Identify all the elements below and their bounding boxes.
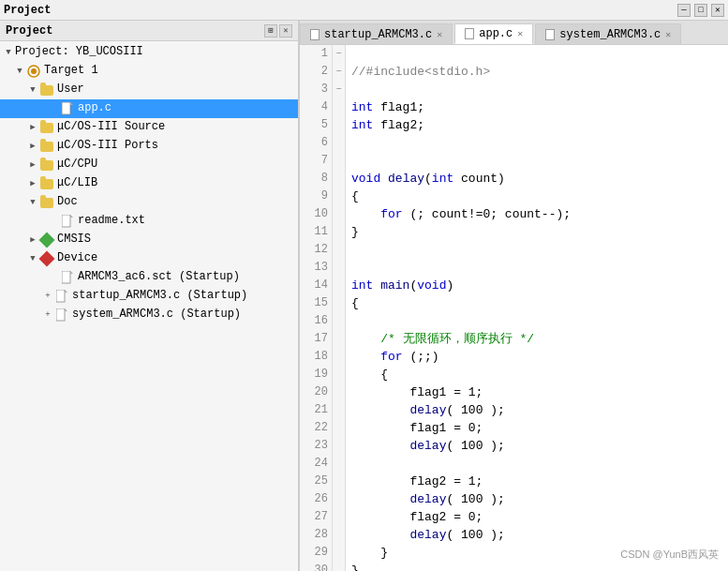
expand-ucos3src[interactable]: ▶ [26,121,39,134]
device-label: Device [57,249,97,267]
startup-arm-file-icon [54,289,69,304]
system-arm-label: system_ARMCM3.c (Startup) [72,306,241,323]
svg-marker-9 [65,290,67,293]
svg-rect-10 [56,308,65,321]
expand-device[interactable]: ▼ [26,252,39,265]
expand-project[interactable]: ▼ [2,46,15,59]
panel-title: Project [6,24,52,38]
svg-marker-7 [70,271,73,274]
appc-file-icon [60,101,75,116]
expand-uclib[interactable]: ▶ [26,177,39,190]
sct-file-icon [60,270,75,285]
tree-item-project[interactable]: ▼ Project: YB_UCOSIII [0,43,298,62]
tab-system[interactable]: system_ARMCM3.c ✕ [535,23,681,44]
expand-cmsis[interactable]: ▶ [26,233,39,247]
collapse-9[interactable]: − [333,45,345,63]
tree-item-ucos3src[interactable]: ▶ μC/OS-III Source [0,118,298,137]
tree-item-doc[interactable]: ▼ Doc [0,193,298,212]
panel-btn-2[interactable]: ✕ [279,24,292,38]
line-numbers: 12345 678910 1112131415 1617181920 21222… [300,45,333,571]
appc-label: app.c [78,99,111,117]
svg-marker-3 [70,102,73,105]
code-content[interactable]: //#include<stdio.h> int flag1; int flag2… [346,45,728,571]
doc-folder-icon [39,195,54,210]
collapse-15[interactable]: − [333,63,345,81]
expand-uccpu[interactable]: ▶ [26,158,39,172]
svg-rect-8 [56,290,65,302]
tree-item-startup-arm[interactable]: + startup_ARMCM3.c (Startup) [0,287,298,306]
tab-startup-label: startup_ARMCM3.c [324,28,432,41]
expand-target[interactable]: ▼ [13,65,26,78]
expand-sct [47,271,60,284]
uccpu-folder-icon [39,158,54,173]
target-icon [26,64,41,79]
collapse-19[interactable]: − [333,81,345,98]
expand-ucos3ports[interactable]: ▶ [26,140,39,153]
expand-system-arm[interactable]: + [41,308,54,322]
expand-startup-arm[interactable]: + [41,290,54,303]
tab-appc-icon [465,28,474,39]
tree-item-uclib[interactable]: ▶ μC/LIB [0,174,298,193]
tree-item-armcm3-sct[interactable]: ARMCM3_ac6.sct (Startup) [0,268,298,287]
title-bar: Project — □ ✕ [0,0,728,21]
tab-bar: startup_ARMCM3.c ✕ app.c ✕ system_ARMCM3… [300,21,728,45]
uclib-folder-icon [39,176,54,191]
tab-startup-icon [310,29,319,40]
tab-startup[interactable]: startup_ARMCM3.c ✕ [300,23,453,44]
tab-system-close[interactable]: ✕ [665,29,671,40]
startup-arm-label: startup_ARMCM3.c (Startup) [72,287,247,305]
svg-rect-6 [62,271,70,283]
target1-label: Target 1 [44,62,98,80]
ucos3src-label: μC/OS-III Source [57,118,165,136]
panel-btn-1[interactable]: ⊞ [264,24,277,38]
svg-marker-5 [70,215,73,218]
svg-rect-4 [62,215,70,227]
svg-point-1 [31,68,37,74]
tree-item-uccpu[interactable]: ▶ μC/CPU [0,156,298,174]
expand-doc[interactable]: ▼ [26,196,39,209]
cmsis-label: CMSIS [57,231,91,248]
tree-item-cmsis[interactable]: ▶ CMSIS [0,231,298,249]
editor-panel: startup_ARMCM3.c ✕ app.c ✕ system_ARMCM3… [300,21,728,571]
tree-item-user[interactable]: ▼ User [0,81,298,99]
tree-item-device[interactable]: ▼ Device [0,249,298,268]
readme-label: readme.txt [78,212,145,230]
tab-system-icon [545,29,555,40]
project-label: Project: YB_UCOSIII [15,43,143,61]
code-area[interactable]: 12345 678910 1112131415 1617181920 21222… [300,45,728,571]
tree-item-system-arm[interactable]: + system_ARMCM3.c (Startup) [0,306,298,324]
uccpu-label: μC/CPU [57,156,97,173]
expand-appc [47,102,60,115]
panel-header: Project ⊞ ✕ [0,21,298,41]
tab-appc[interactable]: app.c ✕ [454,23,533,44]
project-panel: Project ⊞ ✕ ▼ Project: YB_UCOSIII ▼ [0,21,300,571]
close-btn[interactable]: ✕ [711,4,724,17]
system-arm-file-icon [54,308,69,323]
minimize-btn[interactable]: — [677,4,691,17]
cmsis-gear-icon [39,233,54,248]
project-tree: ▼ Project: YB_UCOSIII ▼ Target 1 ▼ [0,41,298,326]
tab-startup-close[interactable]: ✕ [437,29,442,40]
tree-item-readme[interactable]: readme.txt [0,212,298,231]
ucos3ports-label: μC/OS-III Ports [57,137,158,155]
tab-appc-close[interactable]: ✕ [517,28,523,39]
maximize-btn[interactable]: □ [694,4,707,17]
ucos3ports-folder-icon [39,139,54,154]
doc-label: Doc [57,193,78,211]
tree-item-appc[interactable]: app.c [0,99,298,118]
tree-item-ucos3ports[interactable]: ▶ μC/OS-III Ports [0,137,298,156]
svg-rect-2 [62,102,70,114]
expand-readme [47,215,60,228]
device-icon [39,251,54,266]
readme-file-icon [60,214,75,229]
title-label: Project [4,4,51,17]
expand-user[interactable]: ▼ [26,83,39,97]
tab-system-label: system_ARMCM3.c [559,28,661,41]
user-folder-icon [39,83,54,98]
editor-wrapper: 12345 678910 1112131415 1617181920 21222… [300,45,728,571]
armcm3-sct-label: ARMCM3_ac6.sct (Startup) [78,268,240,286]
tree-item-target1[interactable]: ▼ Target 1 [0,62,298,81]
watermark: CSDN @YunB西风英 [620,548,719,562]
ucos3src-folder-icon [39,120,54,135]
user-label: User [57,81,84,98]
